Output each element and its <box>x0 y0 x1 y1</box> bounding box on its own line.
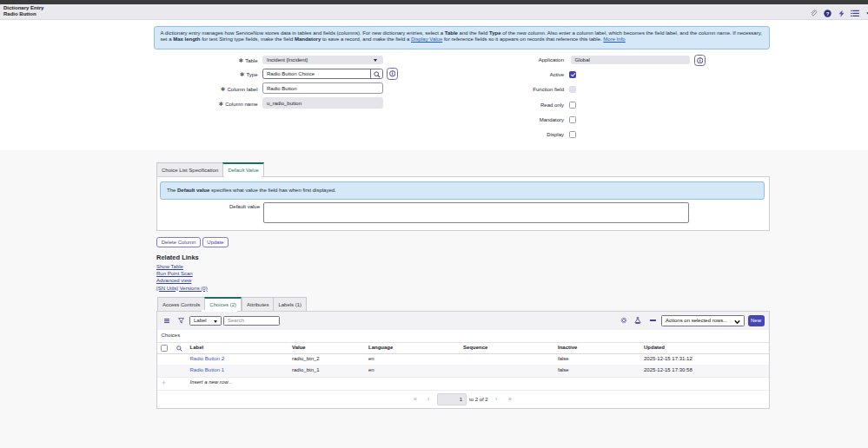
svg-text:?: ? <box>826 11 830 16</box>
